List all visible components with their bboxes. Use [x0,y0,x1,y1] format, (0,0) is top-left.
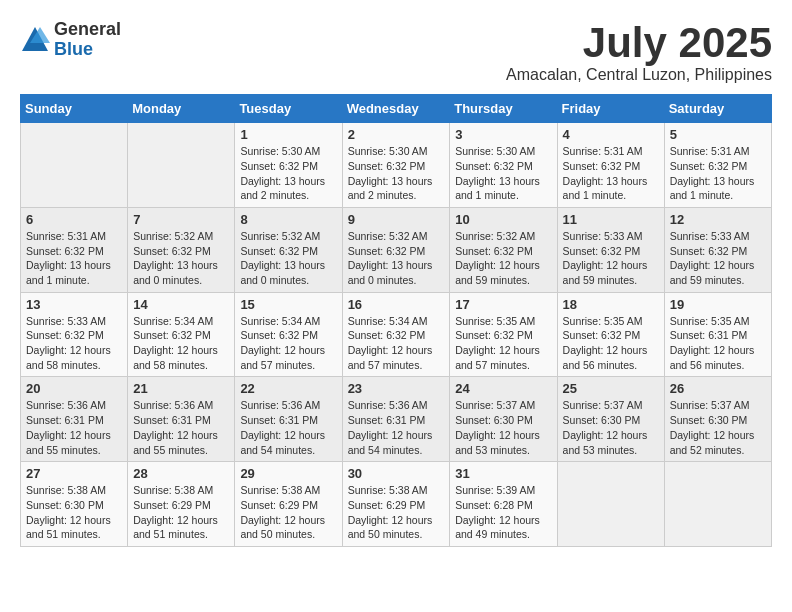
day-number: 6 [26,212,122,227]
day-info: Sunrise: 5:38 AMSunset: 6:29 PMDaylight:… [348,483,445,542]
calendar-cell: 10Sunrise: 5:32 AMSunset: 6:32 PMDayligh… [450,207,557,292]
logo-icon [20,25,50,55]
day-number: 30 [348,466,445,481]
calendar-cell: 6Sunrise: 5:31 AMSunset: 6:32 PMDaylight… [21,207,128,292]
weekday-row: SundayMondayTuesdayWednesdayThursdayFrid… [21,95,772,123]
day-number: 4 [563,127,659,142]
day-number: 23 [348,381,445,396]
calendar-cell: 7Sunrise: 5:32 AMSunset: 6:32 PMDaylight… [128,207,235,292]
day-number: 15 [240,297,336,312]
calendar-week-0: 1Sunrise: 5:30 AMSunset: 6:32 PMDaylight… [21,123,772,208]
month-title: July 2025 [506,20,772,66]
day-number: 29 [240,466,336,481]
calendar-cell: 13Sunrise: 5:33 AMSunset: 6:32 PMDayligh… [21,292,128,377]
day-info: Sunrise: 5:38 AMSunset: 6:29 PMDaylight:… [133,483,229,542]
title-block: July 2025 Amacalan, Central Luzon, Phili… [506,20,772,84]
day-number: 20 [26,381,122,396]
location: Amacalan, Central Luzon, Philippines [506,66,772,84]
calendar-cell: 1Sunrise: 5:30 AMSunset: 6:32 PMDaylight… [235,123,342,208]
day-number: 25 [563,381,659,396]
calendar-header: SundayMondayTuesdayWednesdayThursdayFrid… [21,95,772,123]
weekday-header-saturday: Saturday [664,95,771,123]
logo-general: General [54,20,121,40]
day-info: Sunrise: 5:36 AMSunset: 6:31 PMDaylight:… [240,398,336,457]
day-info: Sunrise: 5:32 AMSunset: 6:32 PMDaylight:… [133,229,229,288]
day-info: Sunrise: 5:37 AMSunset: 6:30 PMDaylight:… [563,398,659,457]
calendar-body: 1Sunrise: 5:30 AMSunset: 6:32 PMDaylight… [21,123,772,547]
day-info: Sunrise: 5:38 AMSunset: 6:30 PMDaylight:… [26,483,122,542]
calendar-cell: 2Sunrise: 5:30 AMSunset: 6:32 PMDaylight… [342,123,450,208]
calendar-cell: 11Sunrise: 5:33 AMSunset: 6:32 PMDayligh… [557,207,664,292]
calendar-cell: 24Sunrise: 5:37 AMSunset: 6:30 PMDayligh… [450,377,557,462]
day-info: Sunrise: 5:30 AMSunset: 6:32 PMDaylight:… [348,144,445,203]
calendar-cell: 8Sunrise: 5:32 AMSunset: 6:32 PMDaylight… [235,207,342,292]
day-number: 12 [670,212,766,227]
day-info: Sunrise: 5:36 AMSunset: 6:31 PMDaylight:… [348,398,445,457]
calendar-cell [128,123,235,208]
day-number: 14 [133,297,229,312]
day-info: Sunrise: 5:34 AMSunset: 6:32 PMDaylight:… [240,314,336,373]
calendar-cell: 30Sunrise: 5:38 AMSunset: 6:29 PMDayligh… [342,462,450,547]
day-number: 3 [455,127,551,142]
weekday-header-friday: Friday [557,95,664,123]
day-number: 16 [348,297,445,312]
day-number: 5 [670,127,766,142]
calendar-cell: 3Sunrise: 5:30 AMSunset: 6:32 PMDaylight… [450,123,557,208]
day-number: 27 [26,466,122,481]
day-number: 9 [348,212,445,227]
day-info: Sunrise: 5:31 AMSunset: 6:32 PMDaylight:… [26,229,122,288]
day-info: Sunrise: 5:32 AMSunset: 6:32 PMDaylight:… [348,229,445,288]
calendar-week-2: 13Sunrise: 5:33 AMSunset: 6:32 PMDayligh… [21,292,772,377]
calendar-cell: 14Sunrise: 5:34 AMSunset: 6:32 PMDayligh… [128,292,235,377]
weekday-header-thursday: Thursday [450,95,557,123]
day-info: Sunrise: 5:33 AMSunset: 6:32 PMDaylight:… [563,229,659,288]
day-number: 19 [670,297,766,312]
calendar-cell: 5Sunrise: 5:31 AMSunset: 6:32 PMDaylight… [664,123,771,208]
weekday-header-monday: Monday [128,95,235,123]
day-info: Sunrise: 5:37 AMSunset: 6:30 PMDaylight:… [670,398,766,457]
calendar-cell: 31Sunrise: 5:39 AMSunset: 6:28 PMDayligh… [450,462,557,547]
logo-blue: Blue [54,40,121,60]
day-number: 28 [133,466,229,481]
day-number: 8 [240,212,336,227]
day-info: Sunrise: 5:31 AMSunset: 6:32 PMDaylight:… [670,144,766,203]
day-number: 26 [670,381,766,396]
calendar-cell: 27Sunrise: 5:38 AMSunset: 6:30 PMDayligh… [21,462,128,547]
calendar-table: SundayMondayTuesdayWednesdayThursdayFrid… [20,94,772,547]
day-info: Sunrise: 5:30 AMSunset: 6:32 PMDaylight:… [455,144,551,203]
day-number: 2 [348,127,445,142]
calendar-cell: 16Sunrise: 5:34 AMSunset: 6:32 PMDayligh… [342,292,450,377]
calendar-cell [664,462,771,547]
calendar-cell: 23Sunrise: 5:36 AMSunset: 6:31 PMDayligh… [342,377,450,462]
day-info: Sunrise: 5:34 AMSunset: 6:32 PMDaylight:… [133,314,229,373]
day-number: 22 [240,381,336,396]
day-info: Sunrise: 5:35 AMSunset: 6:31 PMDaylight:… [670,314,766,373]
calendar-week-1: 6Sunrise: 5:31 AMSunset: 6:32 PMDaylight… [21,207,772,292]
calendar-cell: 28Sunrise: 5:38 AMSunset: 6:29 PMDayligh… [128,462,235,547]
logo: General Blue [20,20,121,60]
day-info: Sunrise: 5:36 AMSunset: 6:31 PMDaylight:… [133,398,229,457]
day-info: Sunrise: 5:38 AMSunset: 6:29 PMDaylight:… [240,483,336,542]
day-number: 1 [240,127,336,142]
day-info: Sunrise: 5:35 AMSunset: 6:32 PMDaylight:… [455,314,551,373]
day-number: 10 [455,212,551,227]
weekday-header-wednesday: Wednesday [342,95,450,123]
day-number: 24 [455,381,551,396]
day-info: Sunrise: 5:30 AMSunset: 6:32 PMDaylight:… [240,144,336,203]
day-info: Sunrise: 5:34 AMSunset: 6:32 PMDaylight:… [348,314,445,373]
calendar-cell: 20Sunrise: 5:36 AMSunset: 6:31 PMDayligh… [21,377,128,462]
calendar-cell: 17Sunrise: 5:35 AMSunset: 6:32 PMDayligh… [450,292,557,377]
day-number: 21 [133,381,229,396]
day-info: Sunrise: 5:32 AMSunset: 6:32 PMDaylight:… [240,229,336,288]
calendar-cell: 25Sunrise: 5:37 AMSunset: 6:30 PMDayligh… [557,377,664,462]
day-info: Sunrise: 5:37 AMSunset: 6:30 PMDaylight:… [455,398,551,457]
weekday-header-tuesday: Tuesday [235,95,342,123]
calendar-cell: 22Sunrise: 5:36 AMSunset: 6:31 PMDayligh… [235,377,342,462]
calendar-cell: 9Sunrise: 5:32 AMSunset: 6:32 PMDaylight… [342,207,450,292]
calendar-week-3: 20Sunrise: 5:36 AMSunset: 6:31 PMDayligh… [21,377,772,462]
day-info: Sunrise: 5:32 AMSunset: 6:32 PMDaylight:… [455,229,551,288]
calendar-cell: 15Sunrise: 5:34 AMSunset: 6:32 PMDayligh… [235,292,342,377]
calendar-cell: 26Sunrise: 5:37 AMSunset: 6:30 PMDayligh… [664,377,771,462]
day-number: 17 [455,297,551,312]
calendar-cell: 21Sunrise: 5:36 AMSunset: 6:31 PMDayligh… [128,377,235,462]
